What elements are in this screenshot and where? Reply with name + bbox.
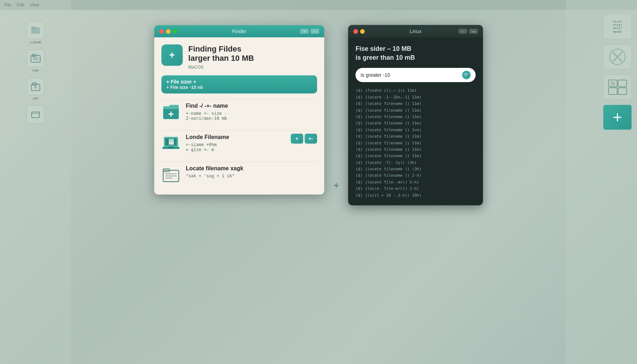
folder-file-icon [161,165,181,184]
sidebar-item-1[interactable]: LUMME [7,21,64,44]
folder-plus-icon [161,102,181,122]
sidebar-label-3: unh [33,97,38,100]
linux-content: Fise sider – 10 MB is greer than 10 mB I… [348,37,483,205]
find-item-title: Find -/ -+- name [186,102,317,110]
svg-rect-27 [169,139,174,145]
locate-item-text: Locate filename xagk "sak + 'sug + 1 uk" [186,165,317,178]
minimize-button[interactable] [166,29,171,34]
terminal-line-8: ($) |locate filename )) 11m) [355,140,476,146]
svg-rect-26 [168,147,174,148]
sidebar-icon-box-1 [27,21,44,39]
svg-rect-1 [31,27,35,28]
finder-plus-icon: + [169,49,175,61]
finder-os-label: MaCOS [188,65,317,70]
terminal-line-14: ($) |locate file--mr)) 5-h) [355,180,476,185]
sidebar-icon-box-2 [27,49,44,67]
finder-window-buttons: + — [300,29,319,34]
locate-item-title: Locate filename xagk [186,165,317,172]
finder-search-box[interactable]: + File sizer + + File size -10 nb [161,75,317,93]
finder-main-title: Finding Fildes larger than 10 MB [188,44,317,63]
sidebar-icon-box-4 [27,106,44,123]
linux-window-buttons: ← — [459,29,478,34]
londe-item-actions: + +- [291,134,317,144]
right-sidebar: a b c d i f b a g r s b a j ? MaCOS [566,0,637,364]
finder-item-londe: Londe Filename +-siame +9%m = gize +- m … [161,130,317,156]
linux-search-bar[interactable]: Is greater -10 🔍 [355,68,476,82]
right-icon-plus[interactable] [603,105,632,130]
search-icon[interactable]: 🔍 [462,71,471,79]
traffic-lights [159,29,177,34]
linux-toggle-button[interactable]: — [469,29,478,34]
sidebar-label-2: note [32,69,39,72]
main-area: Finder + — + Finding Fildes larger than … [71,18,566,353]
plus-connector: + [333,180,339,191]
londe-item-title: Londe Filename [186,134,286,141]
terminal-line-9: ($) |locate filename )) 11m) [355,147,476,152]
linux-titlebar: Linux ← — [348,25,483,37]
linux-window-title: Linux [410,28,421,34]
search-line2: + File size -10 nb [166,85,312,90]
terminal-line-5: ($) |locate filename )) 11m) [355,121,476,126]
linux-nav-button[interactable]: ← [459,29,467,34]
terminal-line-15: ($) |locre- file-mrr)) 1-h) [355,186,476,191]
locate-item-subtitle: "sak + 'sug + 1 uk" [186,173,317,178]
finder-titlebar: Finder + — [154,25,324,37]
terminal-line-0: ($) |findte il)-–-j)) 11m) [355,88,476,93]
londe-action-plus2[interactable]: +- [305,134,317,144]
search-line1: + File sizer + [166,79,312,85]
terminal-line-4: ($) |locate filename )) 11m) [355,114,476,119]
terminal-line-7: ($) |locate filename )) 11m) [355,134,476,139]
terminal-line-10: ($) |locate filename )) 11m) [355,153,476,159]
sidebar-item-3[interactable]: unh [7,77,64,100]
terminal-line-3: ($) |locate filename )) 11m) [355,108,476,113]
finder-item-locate: Locate filename xagk "sak + 'sug + 1 uk" [161,162,317,187]
find-item-subtitle: +-name +- size - 2-oori/aen-10 mb [186,111,317,121]
londe-item-text: Londe Filename +-siame +9%m = gize +- m [186,134,286,152]
linux-window: Linux ← — Fise sider – 10 MB is greer th… [348,25,483,205]
terminal-output: ($) |findte il)-–-j)) 11m) ($) |locare -… [355,88,476,198]
terminal-line-16: ($) |lscil > 10 --2-e)) 10h) [355,193,476,198]
laptop-icon [161,134,181,153]
finder-add-button[interactable]: + [300,29,309,34]
finder-content: + Finding Fildes larger than 10 MB MaCOS… [154,37,324,194]
finder-window-title: Finder [232,28,246,34]
close-button[interactable] [159,29,164,34]
terminal-line-11: ($) |locate -7)- 2y)) (3h) [355,160,476,165]
terminal-line-12: ($) |locate filename )) (3h) [355,166,476,172]
finder-header: + Finding Fildes larger than 10 MB MaCOS [161,44,317,70]
londe-item-subtitle: +-siame +9%m = gize +- m [186,142,286,152]
svg-rect-14 [609,88,617,95]
londe-action-plus[interactable]: + [291,134,303,144]
linux-header-text: Fise sider – 10 MB is greer than 10 mB [355,44,476,62]
linux-traffic-lights [353,29,365,34]
terminal-line-1: ($) |locare -1--1Dn,-1] 11m) [355,95,476,100]
terminal-line-2: ($) |locate filename )) 11m) [355,101,476,106]
finder-title-area: Finding Fildes larger than 10 MB MaCOS [188,44,317,70]
sidebar-icon-box-3 [27,77,44,95]
finder-window: Finder + — + Finding Fildes larger than … [154,25,325,195]
svg-rect-13 [618,80,627,87]
linux-minimize-button[interactable] [360,29,365,34]
finder-item-find: Find -/ -+- name +-name +- size - 2-oori… [161,99,317,125]
sidebar-item-4[interactable] [7,106,64,123]
terminal-line-13: ($) |locate filename )) 2-h) [355,173,476,178]
right-icon-macos[interactable]: a b c d i f b a g r s b a j ? MaCOS [603,14,632,39]
menu-bar: File Edit View [0,0,637,10]
linux-close-button[interactable] [353,29,358,34]
sidebar-item-2[interactable]: note [7,49,64,72]
right-icon-x[interactable] [603,44,632,69]
find-item-text: Find -/ -+- name +-name +- size - 2-oori… [186,102,317,121]
svg-rect-15 [618,88,627,95]
right-icon-grid[interactable] [603,75,632,100]
finder-toggle-button[interactable]: — [311,29,319,34]
left-sidebar: LUMME note unh [0,0,71,364]
terminal-line-6: ($) |locate filename )) 1=n) [355,127,476,133]
linux-search-text: Is greater -10 [360,72,459,78]
sidebar-label-1: LUMME [30,41,42,44]
finder-app-icon: + [161,44,183,66]
maximize-button[interactable] [173,29,177,34]
svg-rect-8 [32,112,39,118]
